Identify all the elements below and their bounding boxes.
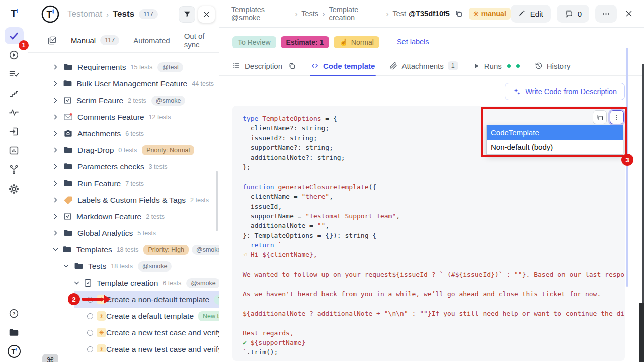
sparkles-icon: [513, 87, 521, 96]
folder-icon: [63, 145, 73, 155]
tag-icon: [63, 195, 73, 205]
annotation-arrow-shaft: [82, 298, 104, 301]
tree-item-label: Tests: [88, 262, 106, 271]
run-status-dot: [507, 64, 511, 68]
tree-item[interactable]: Bulk User Management Feature44 tests: [28, 75, 219, 92]
steps-icon[interactable]: [5, 84, 24, 102]
tree-item-badge: To Review: [214, 295, 219, 305]
tree-item[interactable]: Labels & Custom Fields & Tags2 tests: [28, 192, 219, 208]
tree-item-badge: Priority: High: [143, 245, 189, 255]
tree-item-label: Templates: [76, 245, 112, 254]
chevron-right-icon[interactable]: [52, 147, 60, 153]
chevron-right-icon[interactable]: [52, 97, 60, 104]
import-icon[interactable]: [5, 123, 24, 140]
tab-attachments[interactable]: Attachments 1: [390, 56, 458, 75]
tab-automated[interactable]: Automated: [133, 36, 170, 45]
chevron-right-icon[interactable]: [52, 197, 60, 203]
breadcrumb-app[interactable]: Testomat: [67, 9, 102, 19]
close-panel-button[interactable]: [198, 6, 215, 23]
manual-type-badge[interactable]: ✳manual: [469, 8, 511, 20]
help-icon[interactable]: ?: [5, 305, 24, 322]
chevron-right-icon[interactable]: [52, 114, 60, 120]
tree-item[interactable]: Drag-Drop0 testsPriority: Normal: [28, 142, 219, 158]
breadcrumb-tests[interactable]: Tests: [301, 10, 318, 18]
logo-bottom-icon[interactable]: T: [5, 343, 24, 360]
tree-item[interactable]: Attachments6 tests: [28, 125, 219, 142]
breadcrumb-test-label: Test: [392, 10, 406, 18]
projects-folder-icon[interactable]: [5, 324, 24, 341]
tab-description[interactable]: Description: [232, 56, 296, 75]
tree-scrollbar[interactable]: [216, 171, 218, 231]
tree-item[interactable]: Requirements15 tests@test: [28, 59, 219, 75]
breadcrumb-template-creation[interactable]: Template creation: [329, 6, 382, 22]
test-status-circle-icon[interactable]: [87, 346, 93, 352]
test-status-circle-icon[interactable]: [87, 313, 93, 319]
comments-button[interactable]: 0: [557, 5, 589, 23]
tree-item[interactable]: Comments Feature12 tests: [28, 109, 219, 125]
tree-item-badge: New labe: [198, 311, 219, 321]
chevron-right-icon[interactable]: [52, 80, 59, 87]
testomat-logo-icon[interactable]: T: [7, 6, 22, 20]
copy-test-id-icon[interactable]: [455, 10, 463, 18]
tab-runs[interactable]: Runs: [473, 56, 520, 75]
pulse-icon[interactable]: [5, 104, 24, 121]
detail-scrollbar[interactable]: [626, 48, 628, 287]
tree-item[interactable]: Template creation6 tests@smoke: [28, 275, 219, 291]
close-detail-icon[interactable]: [623, 8, 635, 20]
tree-item-count: 18 tests: [117, 246, 139, 253]
tree-item-count: 15 tests: [131, 64, 153, 71]
tree-item[interactable]: ✳Create a non-default templateTo Review: [28, 291, 219, 308]
breadcrumb-templates[interactable]: Templates @smoke: [231, 6, 291, 22]
chevron-right-icon[interactable]: [52, 130, 60, 137]
status-badge[interactable]: To Review: [232, 36, 276, 48]
tree-item-label: Create a non-default template: [106, 295, 209, 304]
estimate-badge[interactable]: Estimate: 1: [281, 36, 330, 48]
breadcrumb-separator: ›: [106, 10, 109, 19]
test-status-circle-icon[interactable]: [87, 330, 93, 336]
svg-text:T: T: [11, 348, 15, 355]
checklist-icon[interactable]: [5, 65, 24, 82]
chevron-down-icon[interactable]: [73, 280, 80, 286]
more-button[interactable]: [595, 5, 617, 23]
chevron-right-icon[interactable]: [52, 64, 60, 70]
tree-item[interactable]: Global Analytics5 tests: [28, 225, 219, 241]
analytics-icon[interactable]: [5, 142, 24, 159]
set-labels-link[interactable]: Set labels: [397, 38, 429, 47]
chevron-right-icon[interactable]: [52, 180, 60, 187]
tab-code-template[interactable]: Code template: [311, 56, 375, 75]
tree-item[interactable]: Run Feature7 tests: [28, 175, 219, 192]
tree-item-badge: @smoke: [192, 245, 219, 255]
test-detail-panel: Templates @smoke › Tests › Template crea…: [219, 0, 644, 362]
tree-item[interactable]: Scrim Feaure2 tests@smoke: [28, 92, 219, 109]
filter-button[interactable]: [179, 6, 195, 23]
tree-item[interactable]: ✳Create a new test case and verify: [28, 324, 219, 341]
tree-item[interactable]: Parameters checks3 tests: [28, 158, 219, 175]
manual-star-icon: ✳: [473, 10, 479, 18]
tree-item-label: Run Feature: [77, 179, 121, 188]
chevron-right-icon[interactable]: [52, 163, 60, 170]
tree-item[interactable]: Templates18 testsPriority: High@smoke: [28, 241, 219, 258]
annotation-step-1: 1: [19, 40, 29, 50]
severity-badge[interactable]: ☝Normal: [334, 36, 379, 48]
multi-select-icon[interactable]: [47, 36, 57, 45]
tree-item[interactable]: Markdown Feature2 tests: [28, 208, 219, 225]
screen-edge-corner: [639, 303, 644, 362]
tree-item[interactable]: ✳Create a default templateNew labe: [28, 308, 219, 324]
tests-count-badge: 117: [139, 9, 158, 19]
chevron-right-icon[interactable]: [52, 230, 60, 236]
manual-test-icon: ✳: [97, 328, 106, 337]
branches-icon[interactable]: [5, 161, 24, 178]
svg-text:T: T: [11, 8, 17, 19]
write-code-from-description-button[interactable]: Write Code from Description: [505, 83, 625, 100]
folder-icon: [63, 228, 73, 238]
tree-item[interactable]: Tests18 tests@smoke: [28, 258, 219, 275]
edit-button[interactable]: Edit: [511, 5, 551, 23]
tab-out-of-sync[interactable]: Out of sync: [184, 32, 219, 49]
chevron-down-icon[interactable]: [52, 246, 59, 253]
chevron-down-icon[interactable]: [63, 263, 70, 269]
tab-history[interactable]: History: [535, 56, 571, 75]
tab-manual[interactable]: Manual117: [71, 35, 119, 45]
folder-icon: [62, 245, 72, 254]
chevron-right-icon[interactable]: [52, 213, 60, 220]
settings-gear-icon[interactable]: [5, 180, 24, 197]
